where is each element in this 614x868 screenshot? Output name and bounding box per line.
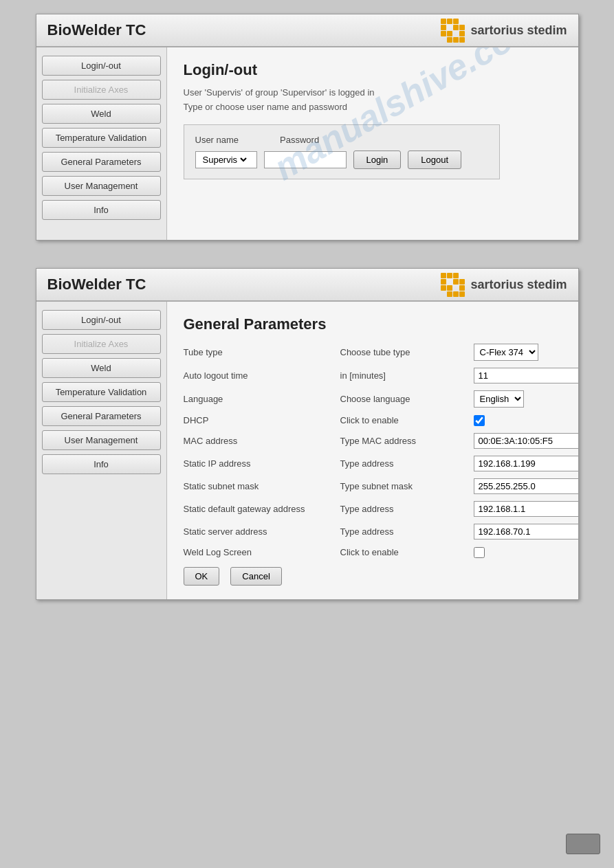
sidebar-btn-init-axes-2[interactable]: Initialize Axes [42,334,161,354]
param-value-gateway [470,499,578,519]
logo-dot [441,19,446,24]
logo-dot [453,19,459,24]
logo-dot [459,273,465,278]
sidebar-btn-info-2[interactable]: Info [42,454,161,474]
param-hint-tube-type: Choose tube type [340,342,464,363]
param-hint-gateway: Type address [340,499,464,519]
sidebar-btn-temp-val[interactable]: Temperature Validation [42,128,161,148]
param-value-server [470,522,578,542]
logo-dot [447,25,452,30]
static-ip-input[interactable] [474,456,578,471]
ok-button[interactable]: OK [184,567,220,586]
logo-dot [453,273,459,278]
logo-dot [459,37,465,43]
password-label: Password [280,135,319,145]
param-hint-autologout: in [minutes] [340,366,464,386]
param-hint-subnet: Type subnet mask [340,476,464,496]
logo-dot [459,291,465,297]
logo-dot [447,37,452,43]
sidebar-btn-temp-val-2[interactable]: Temperature Validation [42,382,161,402]
password-input[interactable] [264,151,347,168]
param-label-autologout: Auto logout time [184,366,335,386]
logo-dot [447,279,452,285]
cancel-button[interactable]: Cancel [230,567,281,586]
sidebar-btn-gen-params[interactable]: General Parameters [42,152,161,172]
sartorius-logo-2: sartorius stedim [441,273,567,297]
tube-type-select[interactable]: C-Flex 374 [474,344,538,361]
logo-dot [441,37,446,43]
corner-button[interactable] [566,834,600,854]
logo-dot [441,291,446,297]
logo-dot [459,31,465,36]
panel-title-2: BioWelder TC [47,276,146,293]
param-label-static-ip: Static IP address [184,454,335,474]
user-select[interactable]: Supervis [200,154,249,166]
logo-dot [459,285,465,291]
sidebar-btn-info[interactable]: Info [42,200,161,220]
main-content-2: General Parameters Tube type Choose tube… [167,302,578,599]
mac-input[interactable] [474,433,578,449]
param-value-tube-type: C-Flex 374 [470,342,578,363]
param-label-mac: MAC address [184,431,335,451]
page-wrapper: BioWelder TC [0,0,614,868]
param-hint-mac: Type MAC address [340,431,464,451]
sidebar-btn-weld-2[interactable]: Weld [42,358,161,378]
server-input[interactable] [474,524,578,539]
subnet-input[interactable] [474,478,578,494]
login-button[interactable]: Login [353,151,402,169]
param-hint-language: Choose language [340,388,464,410]
form-labels-row: User name Password [195,135,488,145]
panel-header-1: BioWelder TC [36,14,578,47]
sidebar-btn-user-mgmt[interactable]: User Management [42,176,161,196]
logo-dot [447,19,452,24]
sidebar-btn-init-axes[interactable]: Initialize Axes [42,80,161,100]
param-value-static-ip [470,454,578,474]
param-value-language: English [470,388,578,410]
form-inputs-row: Supervis Login Logout [195,151,488,169]
language-select[interactable]: English [474,390,524,408]
panel-header-2: BioWelder TC [36,269,578,302]
logo-dot [453,37,459,43]
logo-dot [441,31,446,36]
logo-dot [447,31,452,36]
sidebar-btn-login-out-2[interactable]: Login/-out [42,310,161,330]
logo-dot [447,291,452,297]
param-value-subnet [470,476,578,496]
autologout-input[interactable] [474,368,578,383]
subtitle-2: Type or choose user name and password [184,102,562,112]
param-label-gateway: Static default gateway address [184,499,335,519]
panel-body-2: Login/-out Initialize Axes Weld Temperat… [36,302,578,599]
logo-dot [441,285,446,291]
param-label-server: Static server address [184,522,335,542]
weld-log-checkbox[interactable] [474,547,485,558]
param-label-tube-type: Tube type [184,342,335,363]
sidebar-btn-login-out[interactable]: Login/-out [42,56,161,76]
param-value-weld-log [470,544,578,560]
logo-dot [459,279,465,285]
logo-dot [447,273,452,278]
panel-login: BioWelder TC [36,14,579,241]
username-label: User name [195,135,239,145]
gateway-input[interactable] [474,501,578,517]
logo-text-1: sartorius stedim [470,23,567,38]
logout-button[interactable]: Logout [408,151,461,169]
param-label-language: Language [184,388,335,410]
logo-text-2: sartorius stedim [470,278,567,292]
param-hint-server: Type address [340,522,464,542]
param-hint-weld-log: Click to enable [340,544,464,560]
sidebar-2: Login/-out Initialize Axes Weld Temperat… [36,302,167,599]
logo-dot [441,25,446,30]
dhcp-checkbox[interactable] [474,415,485,426]
panel-body-1: Login/-out Initialize Axes Weld Temperat… [36,47,578,240]
logo-dot [459,25,465,30]
sidebar-btn-weld[interactable]: Weld [42,104,161,124]
user-select-wrapper[interactable]: Supervis [195,151,257,168]
param-hint-dhcp: Click to enable [340,412,464,428]
logo-dot [447,285,452,291]
content-title-1: Login/-out [184,61,562,79]
param-label-dhcp: DHCP [184,412,335,428]
sidebar-btn-gen-params-2[interactable]: General Parameters [42,406,161,426]
main-content-1: manualshive.com Login/-out User 'Supervi… [167,47,578,240]
logo-dot [453,31,459,36]
sidebar-btn-user-mgmt-2[interactable]: User Management [42,430,161,450]
